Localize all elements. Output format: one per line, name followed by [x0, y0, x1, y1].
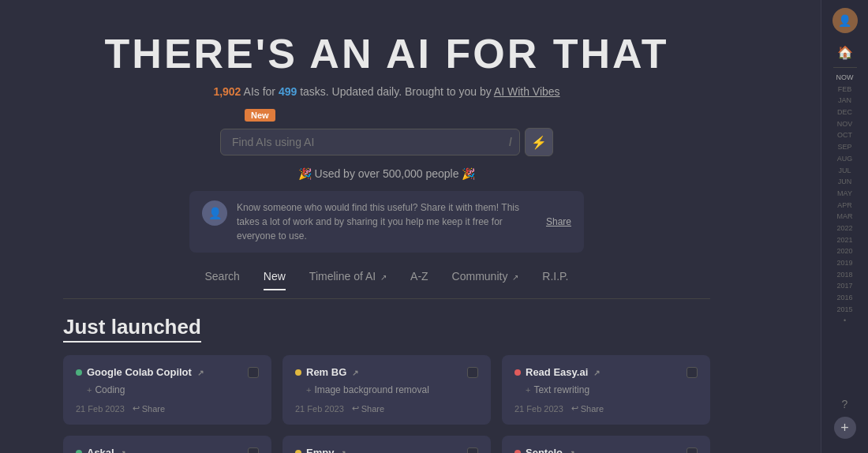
share-arrow-icon: ↩	[571, 403, 578, 414]
card-title[interactable]: Sentelo ↗	[526, 447, 574, 453]
card-google-colab: Google Colab Copilot ↗ + Coding 21 Feb 2…	[63, 355, 271, 425]
section-title: Just launched	[63, 315, 201, 343]
card-checkbox[interactable]	[467, 367, 478, 378]
card-header: Sentelo ↗	[514, 447, 698, 453]
card-header: Read Easy.ai ↗	[514, 366, 698, 378]
sidebar-divider	[833, 67, 857, 68]
tab-search[interactable]: Search	[204, 267, 239, 290]
card-checkbox[interactable]	[687, 367, 698, 378]
sidebar-time-aug[interactable]: AUG	[837, 154, 853, 165]
card-date: 21 Feb 2023	[514, 404, 563, 414]
sidebar-avatar[interactable]: 👤	[832, 8, 858, 33]
sidebar-timeline: NOW FEB JAN DEC NOV OCT SEP AUG JUL JUN …	[836, 73, 854, 398]
card-tag: + Text rewriting	[514, 384, 698, 395]
card-title[interactable]: Rem BG ↗	[306, 366, 358, 378]
sidebar-time-dec[interactable]: DEC	[837, 107, 852, 118]
card-checkbox[interactable]	[687, 447, 698, 454]
card-header: Google Colab Copilot ↗	[76, 366, 259, 378]
sidebar-time-2020[interactable]: 2020	[836, 246, 852, 257]
sidebar-time-may[interactable]: MAY	[837, 189, 852, 200]
search-container: /	[220, 129, 520, 155]
share-banner: 👤 Know someone who would find this usefu…	[189, 191, 584, 253]
tab-new[interactable]: New	[264, 267, 286, 290]
status-dot-red	[514, 369, 521, 376]
card-title[interactable]: Empy ↗	[306, 447, 346, 453]
card-footer: 21 Feb 2023 ↩ Share	[514, 403, 698, 414]
slash-hint: /	[509, 136, 512, 148]
card-checkbox[interactable]	[467, 447, 478, 454]
card-share-button[interactable]: ↩ Share	[571, 403, 604, 414]
add-button[interactable]: +	[834, 417, 856, 439]
sidebar-time-apr[interactable]: APR	[837, 200, 852, 212]
card-checkbox[interactable]	[248, 447, 259, 454]
sidebar-time-feb[interactable]: FEB	[838, 84, 852, 95]
status-dot-yellow	[295, 369, 301, 376]
ai-with-vibes-link[interactable]: AI With Vibes	[494, 85, 560, 98]
sidebar-time-now[interactable]: NOW	[836, 73, 854, 84]
card-read-easy: Read Easy.ai ↗ + Text rewriting 21 Feb 2…	[502, 355, 710, 425]
sidebar-time-jun[interactable]: JUN	[838, 177, 852, 188]
sidebar-time-2018[interactable]: 2018	[836, 270, 852, 281]
share-banner-link[interactable]: Share	[546, 216, 571, 227]
sidebar-time-2015[interactable]: 2015	[836, 305, 852, 316]
tab-timeline[interactable]: Timeline of AI ↗	[309, 267, 387, 290]
sidebar-time-jan[interactable]: JAN	[838, 95, 851, 107]
search-submit-button[interactable]: ⚡	[525, 128, 553, 156]
card-askai: AskaI ↗ + Q&A 21 Feb 2023 ↩ Share	[63, 436, 271, 453]
external-icon: ↗	[593, 369, 600, 377]
lightning-icon: ⚡	[531, 135, 547, 150]
sidebar-time-2021[interactable]: 2021	[836, 235, 852, 246]
card-header: Empy ↗	[295, 447, 478, 453]
share-avatar: 👤	[202, 200, 227, 226]
new-badge-wrap: New	[245, 107, 710, 122]
sidebar-time-dot: •	[844, 316, 846, 327]
card-share-button[interactable]: ↩ Share	[352, 403, 384, 414]
search-bar-wrap: / ⚡	[63, 128, 710, 156]
plus-icon: +	[87, 385, 92, 395]
used-by-text: 🎉 Used by over 500,000 people 🎉	[63, 167, 710, 180]
plus-icon: +	[840, 420, 849, 436]
card-share-button[interactable]: ↩ Share	[133, 403, 165, 414]
card-tag: + Coding	[76, 384, 259, 395]
tab-az[interactable]: A-Z	[410, 267, 428, 290]
user-avatar-image: 👤	[838, 14, 851, 27]
sidebar-time-2016[interactable]: 2016	[836, 293, 852, 304]
sidebar-time-nov[interactable]: NOV	[837, 119, 853, 130]
sidebar-time-2022[interactable]: 2022	[836, 223, 852, 234]
external-icon: ↗	[119, 449, 125, 453]
help-icon[interactable]: ?	[842, 398, 848, 410]
card-tag: + Image background removal	[295, 384, 478, 395]
cards-grid: Google Colab Copilot ↗ + Coding 21 Feb 2…	[63, 355, 710, 453]
external-icon: ↗	[568, 449, 574, 453]
external-icon: ↗	[352, 369, 358, 377]
timeline-ext-icon: ↗	[380, 273, 387, 282]
new-badge: New	[245, 109, 275, 122]
tab-rip[interactable]: R.I.P.	[542, 267, 568, 290]
status-dot-red	[514, 450, 521, 454]
sidebar-time-2019[interactable]: 2019	[836, 258, 852, 269]
hero-title: THERE'S AN AI FOR THAT	[63, 30, 710, 77]
sidebar-time-jul[interactable]: JUL	[838, 166, 851, 177]
card-title[interactable]: Read Easy.ai ↗	[526, 366, 600, 378]
tab-community[interactable]: Community ↗	[452, 267, 519, 290]
card-title[interactable]: AskaI ↗	[87, 447, 125, 453]
card-checkbox[interactable]	[248, 367, 259, 378]
card-footer: 21 Feb 2023 ↩ Share	[295, 403, 478, 414]
card-date: 21 Feb 2023	[76, 404, 125, 414]
plus-icon: +	[306, 385, 311, 395]
search-input[interactable]	[220, 129, 520, 155]
right-sidebar: 👤 🏠 NOW FEB JAN DEC NOV OCT SEP AUG JUL …	[821, 0, 868, 453]
nav-tabs: Search New Timeline of AI ↗ A-Z Communit…	[63, 267, 710, 299]
card-title[interactable]: Google Colab Copilot ↗	[87, 366, 204, 378]
sidebar-time-oct[interactable]: OCT	[837, 130, 852, 141]
task-count: 499	[279, 85, 297, 98]
sidebar-time-mar[interactable]: MAR	[837, 212, 853, 223]
sidebar-time-2017[interactable]: 2017	[836, 281, 852, 292]
card-header: AskaI ↗	[76, 447, 259, 453]
home-icon[interactable]: 🏠	[837, 45, 853, 60]
subtitle-post: tasks. Updated daily. Brought to you by	[300, 85, 494, 98]
external-icon: ↗	[197, 369, 204, 377]
share-banner-text: Know someone who would find this useful?…	[237, 200, 537, 243]
sidebar-time-sep[interactable]: SEP	[837, 142, 851, 153]
card-empy: Empy ↗ + Empathic messages 21 Feb 2023 ↩…	[282, 436, 491, 453]
